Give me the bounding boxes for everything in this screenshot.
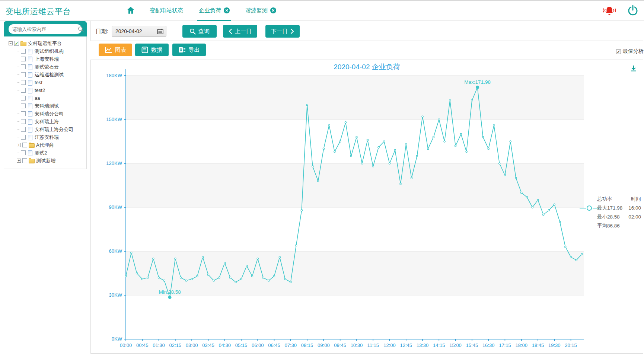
tree-checkbox[interactable] bbox=[21, 57, 26, 61]
tree-checkbox[interactable] bbox=[21, 150, 26, 155]
load-line-chart[interactable]: 0KW30KW60KW90KW120KW150KW180KW00:0000:45… bbox=[91, 60, 643, 353]
tree-item[interactable]: 安科瑞测试 bbox=[7, 102, 85, 110]
tab-close-icon[interactable] bbox=[270, 7, 276, 13]
svg-text:90KW: 90KW bbox=[109, 204, 122, 210]
tree-item[interactable]: −✓安科瑞运维平台 bbox=[7, 39, 85, 47]
calendar-icon[interactable] bbox=[157, 28, 163, 34]
svg-text:120KW: 120KW bbox=[106, 160, 122, 166]
expand-icon[interactable]: + bbox=[17, 159, 21, 163]
nav-tab-1[interactable]: 企业负荷 bbox=[197, 1, 231, 21]
file-icon bbox=[27, 64, 33, 69]
svg-text:06:00: 06:00 bbox=[252, 342, 264, 348]
stats-legend: 总功率时间 最大171.9816:00 最小28.5802:00 平均86.86 bbox=[597, 195, 641, 230]
tree-connector bbox=[17, 67, 20, 67]
alarm-bell-icon bbox=[601, 5, 618, 17]
svg-text:07:30: 07:30 bbox=[285, 342, 297, 348]
home-icon bbox=[126, 6, 136, 17]
tab-close-icon[interactable] bbox=[224, 7, 230, 13]
max-analysis-checkbox[interactable]: ✓ bbox=[616, 49, 621, 54]
date-input[interactable] bbox=[112, 28, 149, 34]
tree-checkbox[interactable] bbox=[21, 103, 26, 108]
tree-item[interactable]: 运维巡检测试 bbox=[7, 71, 85, 79]
next-day-button[interactable]: 下一日 bbox=[265, 25, 300, 38]
export-label: 导出 bbox=[189, 47, 200, 54]
file-icon bbox=[27, 72, 33, 77]
tree-item[interactable]: test2 bbox=[7, 86, 85, 94]
tree-item[interactable]: 安科瑞上海 bbox=[7, 118, 85, 125]
file-icon bbox=[27, 49, 33, 54]
svg-text:180KW: 180KW bbox=[106, 73, 122, 78]
export-button[interactable]: X 导出 bbox=[172, 44, 206, 56]
file-icon bbox=[27, 103, 33, 108]
data-view-button[interactable]: 数据 bbox=[135, 44, 169, 56]
tree-connector bbox=[17, 114, 20, 114]
tree-checkbox[interactable]: ✓ bbox=[14, 41, 19, 46]
chart-view-button[interactable]: 图表 bbox=[99, 44, 132, 56]
sidebar-search-header bbox=[4, 21, 87, 36]
tree-checkbox[interactable] bbox=[22, 143, 27, 147]
tree-item[interactable]: 测试组织机构 bbox=[7, 47, 85, 55]
nav-tab-0[interactable]: 变配电站状态 bbox=[148, 1, 185, 21]
tree-item[interactable]: +A代理商 bbox=[7, 141, 85, 149]
query-button[interactable]: 查询 bbox=[182, 25, 217, 38]
tree-item-label: aa bbox=[35, 95, 40, 101]
tree-connector bbox=[17, 51, 20, 51]
collapse-icon[interactable]: − bbox=[9, 41, 13, 45]
svg-text:13:30: 13:30 bbox=[417, 342, 429, 348]
query-search-icon bbox=[189, 28, 196, 35]
data-view-label: 数据 bbox=[151, 47, 162, 54]
tree-checkbox[interactable] bbox=[21, 80, 26, 85]
search-input[interactable] bbox=[12, 26, 78, 32]
tree-checkbox[interactable] bbox=[21, 96, 26, 101]
svg-text:00:00: 00:00 bbox=[120, 342, 132, 348]
home-button[interactable] bbox=[126, 1, 136, 21]
tree-checkbox[interactable] bbox=[21, 127, 26, 132]
tree-item[interactable]: 安科瑞分公司 bbox=[7, 110, 85, 118]
tree-item[interactable]: 安科瑞上海分公司 bbox=[7, 125, 85, 133]
svg-text:02:15: 02:15 bbox=[169, 342, 182, 348]
tree-item[interactable]: +测试新增 bbox=[7, 157, 85, 165]
tree-checkbox[interactable] bbox=[21, 88, 26, 93]
nav-tab-label: 变配电站状态 bbox=[150, 7, 183, 14]
power-button[interactable] bbox=[628, 5, 638, 17]
tree-connector bbox=[17, 106, 20, 106]
next-day-label: 下一日 bbox=[271, 28, 288, 35]
tree-item[interactable]: 测试2 bbox=[7, 149, 85, 157]
svg-text:20:15: 20:15 bbox=[565, 342, 577, 348]
search-icon[interactable] bbox=[78, 26, 84, 32]
tree-item-label: test2 bbox=[35, 87, 45, 93]
svg-text:04:30: 04:30 bbox=[219, 342, 231, 348]
max-analysis-label: 最值分析 bbox=[623, 48, 644, 55]
tree-item[interactable]: aa bbox=[7, 94, 85, 102]
tree-checkbox[interactable] bbox=[21, 72, 26, 77]
tree-connector bbox=[17, 137, 20, 137]
svg-text:09:45: 09:45 bbox=[334, 342, 346, 348]
tree-checkbox[interactable] bbox=[21, 135, 26, 140]
svg-text:30KW: 30KW bbox=[109, 292, 122, 298]
tree-item[interactable]: 江苏安科瑞 bbox=[7, 133, 85, 141]
tree-item[interactable]: 上海安科瑞 bbox=[7, 55, 85, 63]
file-icon bbox=[27, 119, 33, 124]
tree-checkbox[interactable] bbox=[21, 119, 26, 124]
nav-tab-label: 企业负荷 bbox=[199, 7, 221, 14]
tree-item[interactable]: 测试萤石云 bbox=[7, 63, 85, 71]
alarm-bell-button[interactable] bbox=[601, 5, 618, 17]
app-header: 变电所运维云平台 变配电站状态企业负荷谐波监测 bbox=[0, 1, 644, 21]
tree-checkbox[interactable] bbox=[22, 158, 27, 163]
series-legend-marker[interactable] bbox=[580, 205, 599, 213]
tree-checkbox[interactable] bbox=[21, 111, 26, 116]
tree-connector bbox=[17, 59, 20, 59]
query-toolbar: 日期: 查询 上一日 下一日 bbox=[90, 21, 643, 41]
legend-max-value: 最大171.98 bbox=[597, 204, 622, 213]
tree-checkbox[interactable] bbox=[21, 64, 26, 69]
nav-tab-2[interactable]: 谐波监测 bbox=[244, 1, 278, 21]
tree-item[interactable]: test bbox=[7, 79, 85, 86]
svg-text:11:15: 11:15 bbox=[367, 342, 379, 348]
legend-time-header: 时间 bbox=[631, 195, 641, 204]
expand-icon[interactable]: + bbox=[17, 143, 21, 147]
max-analysis-toggle[interactable]: ✓ 最值分析 bbox=[616, 48, 644, 55]
prev-day-button[interactable]: 上一日 bbox=[223, 25, 257, 38]
tree-checkbox[interactable] bbox=[21, 49, 26, 54]
power-icon bbox=[628, 5, 638, 16]
date-field bbox=[112, 26, 166, 37]
